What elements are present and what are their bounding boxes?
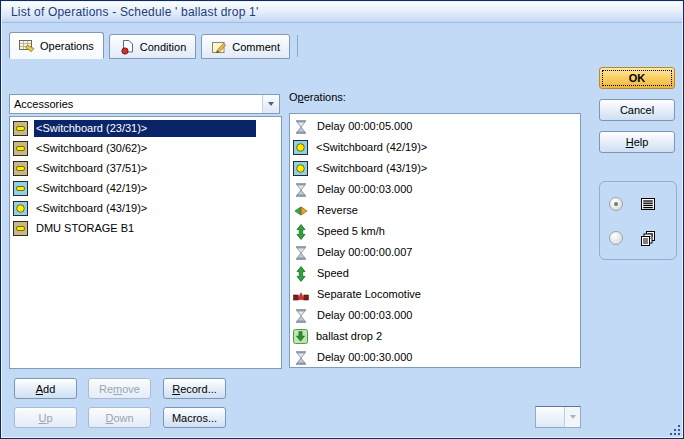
- schedule-drop-icon: [293, 329, 308, 344]
- switchboard-lever-blue-icon: [13, 181, 28, 196]
- list-item-label: Separate Locomotive: [315, 286, 423, 303]
- list-item-label: Delay 00:00:30.000: [315, 349, 414, 366]
- list-item[interactable]: Reverse: [290, 200, 580, 221]
- help-button[interactable]: Help: [599, 131, 675, 153]
- list-item-label: Reverse: [315, 202, 360, 219]
- macro-combobox[interactable]: [535, 406, 581, 428]
- list-item-label: Delay 00:00:00.007: [315, 244, 414, 261]
- combobox-value: Accessories: [10, 98, 262, 110]
- list-item[interactable]: <Switchboard (43/19)>: [10, 198, 281, 218]
- view-options-group: [599, 181, 677, 260]
- single-view-radio[interactable]: [609, 197, 623, 211]
- tab-separator: [297, 35, 298, 57]
- tab-comment[interactable]: Comment: [201, 34, 290, 59]
- switchboard-lamp-blue-icon: [293, 140, 308, 155]
- tab-label: Operations: [40, 40, 94, 52]
- reverse-icon: [293, 203, 309, 219]
- accessory-list: <Switchboard (23/31)> <Switchboard (30/6…: [9, 116, 282, 369]
- chevron-down-icon: [268, 102, 274, 106]
- list-item[interactable]: Delay 00:00:03.000: [290, 179, 580, 200]
- speed-icon: [293, 224, 309, 240]
- title-bar: List of Operations - Schedule ' ballast …: [2, 2, 682, 23]
- combobox-dropdown-button[interactable]: [564, 407, 580, 427]
- accessory-category-combobox[interactable]: Accessories: [9, 94, 280, 114]
- list-item[interactable]: <Switchboard (42/19)>: [10, 178, 281, 198]
- list-item[interactable]: Delay 00:00:03.000: [290, 305, 580, 326]
- delay-icon: [293, 245, 309, 261]
- list-item-label: <Switchboard (42/19)>: [314, 139, 429, 156]
- delay-icon: [293, 119, 309, 135]
- tab-operations[interactable]: Operations: [9, 32, 104, 59]
- list-item-label: DMU STORAGE B1: [34, 220, 136, 237]
- cancel-button[interactable]: Cancel: [599, 99, 675, 121]
- tab-label: Condition: [140, 41, 186, 53]
- operations-list-label: Operations:: [289, 91, 346, 103]
- operations-tab-icon: [19, 38, 35, 54]
- resize-grip[interactable]: [668, 423, 680, 435]
- switchboard-lamp-blue-icon: [13, 201, 28, 216]
- list-item[interactable]: <Switchboard (30/62)>: [10, 138, 281, 158]
- add-button[interactable]: Add: [14, 378, 77, 399]
- operations-list: Delay 00:00:05.000 <Switchboard (42/19)>…: [289, 113, 581, 368]
- tab-bar: Operations Condition Comment: [9, 32, 298, 59]
- macros-button[interactable]: Macros...: [163, 407, 226, 428]
- ok-button[interactable]: OK: [599, 67, 675, 89]
- list-item-label: <Switchboard (43/19)>: [34, 200, 149, 217]
- list-item[interactable]: Separate Locomotive: [290, 284, 580, 305]
- multi-view-radio[interactable]: [609, 231, 623, 245]
- switchboard-lever-tan-icon: [13, 121, 28, 136]
- combobox-dropdown-button[interactable]: [262, 95, 279, 113]
- dialog-window: List of Operations - Schedule ' ballast …: [0, 0, 684, 439]
- combobox-value: [536, 407, 564, 427]
- list-item-label: Speed: [315, 265, 351, 282]
- list-item[interactable]: Speed 5 km/h: [290, 221, 580, 242]
- list-item[interactable]: <Switchboard (23/31)>: [10, 118, 281, 138]
- window-title: List of Operations - Schedule ' ballast …: [11, 5, 258, 19]
- list-item-label: <Switchboard (23/31)>: [34, 120, 256, 137]
- list-item-label: Delay 00:00:05.000: [315, 118, 414, 135]
- delay-icon: [293, 350, 309, 366]
- stacked-pages-icon: [640, 230, 656, 246]
- list-item[interactable]: Delay 00:00:05.000: [290, 116, 580, 137]
- separate-locomotive-icon: [293, 287, 309, 303]
- tab-condition[interactable]: Condition: [109, 34, 196, 59]
- switchboard-lever-tan-icon: [13, 161, 28, 176]
- delay-icon: [293, 308, 309, 324]
- record-button[interactable]: Record...: [163, 378, 226, 399]
- list-item-label: <Switchboard (30/62)>: [34, 140, 149, 157]
- switchboard-lamp-blue-icon: [293, 161, 308, 176]
- list-item[interactable]: <Switchboard (43/19)>: [290, 158, 580, 179]
- list-item[interactable]: Delay 00:00:00.007: [290, 242, 580, 263]
- list-item[interactable]: <Switchboard (42/19)>: [290, 137, 580, 158]
- list-item-label: <Switchboard (43/19)>: [314, 160, 429, 177]
- remove-button[interactable]: Remove: [88, 378, 151, 399]
- list-item[interactable]: DMU STORAGE B1: [10, 218, 281, 238]
- switchboard-lever-tan-icon: [13, 141, 28, 156]
- up-button[interactable]: Up: [14, 407, 77, 428]
- list-item[interactable]: Delay 00:00:30.000: [290, 347, 580, 368]
- list-item-label: Delay 00:00:03.000: [315, 181, 414, 198]
- down-button[interactable]: Down: [88, 407, 151, 428]
- comment-tab-icon: [211, 39, 227, 55]
- list-item[interactable]: <Switchboard (37/51)>: [10, 158, 281, 178]
- condition-tab-icon: [119, 39, 135, 55]
- radio-dot: [614, 202, 618, 206]
- list-item-label: <Switchboard (42/19)>: [34, 180, 149, 197]
- list-item-label: <Switchboard (37/51)>: [34, 160, 149, 177]
- switchboard-lever-tan-icon: [13, 221, 28, 236]
- speed-icon: [293, 266, 309, 282]
- delay-icon: [293, 182, 309, 198]
- list-item-label: ballast drop 2: [314, 328, 384, 345]
- list-item[interactable]: ballast drop 2: [290, 326, 580, 347]
- list-item[interactable]: Speed: [290, 263, 580, 284]
- tab-label: Comment: [232, 41, 280, 53]
- list-view-icon: [640, 196, 656, 212]
- list-item-label: Delay 00:00:03.000: [315, 307, 414, 324]
- list-item-label: Speed 5 km/h: [315, 223, 387, 240]
- chevron-down-icon: [570, 415, 576, 419]
